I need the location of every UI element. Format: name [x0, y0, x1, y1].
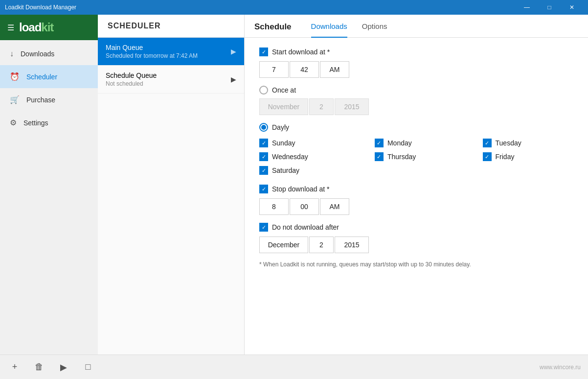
start-download-label: Start download at *: [272, 48, 330, 56]
do-not-download-checkbox[interactable]: ✓: [259, 223, 268, 232]
play-button[interactable]: ▶: [56, 360, 71, 375]
monday-label: Monday: [387, 139, 412, 147]
sidebar-item-downloads-label: Downloads: [21, 50, 54, 58]
start-minute-field[interactable]: 42: [290, 61, 319, 78]
stop-button[interactable]: □: [81, 360, 95, 375]
bottom-bar: + 🗑 ▶ □ www.wincore.ru: [0, 355, 588, 379]
content-area: Schedule Downloads Options ✓ Start downl…: [245, 15, 588, 355]
queue-schedule-sub: Not scheduled: [106, 80, 157, 87]
queue-main-name: Main Queue: [106, 44, 198, 51]
close-button[interactable]: ✕: [561, 0, 583, 15]
end-day-field[interactable]: 2: [309, 237, 334, 253]
once-at-label: Once at: [272, 86, 296, 94]
note-text: * When Loadkit is not running, queues ma…: [259, 261, 573, 268]
daily-radio-label[interactable]: Dayly: [259, 123, 289, 132]
hamburger-icon[interactable]: ☰: [7, 23, 14, 32]
stop-download-checkbox[interactable]: ✓: [259, 185, 268, 193]
maximize-button[interactable]: □: [538, 0, 561, 15]
sidebar-item-scheduler-label: Scheduler: [26, 73, 57, 81]
thursday-checkbox[interactable]: ✓: [375, 152, 384, 161]
queue-item-main[interactable]: Main Queue Scheduled for tomorrow at 7:4…: [98, 38, 244, 66]
end-month-field[interactable]: December: [259, 237, 308, 253]
friday-checkbox[interactable]: ✓: [483, 152, 492, 161]
logo-text: loadkit: [19, 21, 53, 34]
queue-panel: SCHEDULER Main Queue Scheduled for tomor…: [98, 15, 245, 355]
sidebar-item-settings[interactable]: ⚙ Settings: [0, 111, 98, 134]
bottom-actions: + 🗑 ▶ □: [7, 360, 95, 375]
scheduler-icon: ⏰: [10, 72, 20, 81]
sidebar-item-downloads[interactable]: ↓ Downloads: [0, 43, 98, 65]
sidebar-item-purchase[interactable]: 🛒 Purchase: [0, 88, 98, 111]
wednesday-label: Wednesday: [272, 153, 308, 161]
start-ampm-field[interactable]: AM: [320, 61, 349, 78]
once-date-fields: November 2 2015: [259, 98, 573, 115]
once-at-row: Once at: [259, 86, 573, 95]
sidebar-item-settings-label: Settings: [23, 119, 48, 127]
tab-options[interactable]: Options: [362, 22, 387, 38]
day-saturday[interactable]: ✓ Saturday: [259, 166, 360, 175]
end-year-field[interactable]: 2015: [335, 237, 369, 253]
daily-row: Dayly: [259, 123, 573, 132]
start-download-checkbox[interactable]: ✓: [259, 47, 268, 56]
start-hour-field[interactable]: 7: [259, 61, 289, 78]
download-icon: ↓: [10, 49, 14, 58]
stop-time-fields: 8 00 AM: [259, 198, 573, 215]
window-controls: — □ ✕: [516, 0, 583, 15]
panel-header: SCHEDULER: [98, 15, 244, 38]
sidebar-item-scheduler[interactable]: ⏰ Scheduler: [0, 65, 98, 88]
day-friday[interactable]: ✓ Friday: [483, 152, 573, 161]
tabs: Schedule Downloads Options: [245, 15, 588, 38]
stop-download-row: ✓ Stop download at *: [259, 185, 573, 193]
day-thursday[interactable]: ✓ Thursday: [375, 152, 468, 161]
stop-download-label: Stop download at *: [272, 185, 330, 193]
do-not-download-checkbox-label[interactable]: ✓ Do not download after: [259, 223, 339, 232]
queue-main-sub: Scheduled for tomorrow at 7:42 AM: [106, 52, 198, 59]
monday-checkbox[interactable]: ✓: [375, 139, 384, 147]
tuesday-label: Tuesday: [496, 139, 521, 147]
titlebar: Loadkit Download Manager — □ ✕: [0, 0, 588, 15]
friday-label: Friday: [496, 153, 515, 161]
day-tuesday[interactable]: ✓ Tuesday: [483, 139, 573, 147]
saturday-checkbox[interactable]: ✓: [259, 166, 268, 175]
tab-downloads[interactable]: Downloads: [311, 22, 347, 38]
tab-schedule-heading: Schedule: [254, 22, 292, 38]
app-title: Loadkit Download Manager: [5, 4, 76, 11]
delete-button[interactable]: 🗑: [32, 360, 46, 375]
once-month-field: November: [259, 98, 308, 115]
day-wednesday[interactable]: ✓ Wednesday: [259, 152, 360, 161]
sunday-checkbox[interactable]: ✓: [259, 139, 268, 147]
daily-label: Dayly: [272, 123, 289, 131]
stop-minute-field[interactable]: 00: [290, 198, 319, 215]
end-date-fields: December 2 2015: [259, 237, 573, 253]
stop-download-checkbox-label[interactable]: ✓ Stop download at *: [259, 185, 330, 193]
saturday-label: Saturday: [272, 166, 299, 174]
sidebar-logo: ☰ loadkit: [0, 15, 98, 40]
once-at-radio-label[interactable]: Once at: [259, 86, 296, 95]
once-at-radio[interactable]: [259, 86, 268, 95]
tuesday-checkbox[interactable]: ✓: [483, 139, 492, 147]
once-year-field: 2015: [335, 98, 369, 115]
queue-item-schedule[interactable]: Schedule Queue Not scheduled ▶: [98, 66, 244, 94]
do-not-download-label: Do not download after: [272, 223, 339, 231]
daily-radio-dot: [261, 125, 266, 130]
queue-main-play-icon[interactable]: ▶: [231, 47, 236, 55]
do-not-download-row: ✓ Do not download after: [259, 223, 573, 232]
daily-radio[interactable]: [259, 123, 268, 132]
day-sunday[interactable]: ✓ Sunday: [259, 139, 360, 147]
sidebar-item-purchase-label: Purchase: [26, 96, 55, 104]
purchase-icon: 🛒: [10, 95, 20, 104]
start-download-row: ✓ Start download at *: [259, 47, 573, 56]
sidebar-nav: ↓ Downloads ⏰ Scheduler 🛒 Purchase ⚙ Set…: [0, 40, 98, 355]
start-download-checkbox-label[interactable]: ✓ Start download at *: [259, 47, 330, 56]
wednesday-checkbox[interactable]: ✓: [259, 152, 268, 161]
minimize-button[interactable]: —: [516, 0, 538, 15]
add-button[interactable]: +: [7, 360, 22, 375]
stop-hour-field[interactable]: 8: [259, 198, 289, 215]
thursday-label: Thursday: [387, 153, 416, 161]
days-grid: ✓ Sunday ✓ Monday ✓ Tuesday ✓ Wednesday …: [259, 139, 573, 175]
stop-ampm-field[interactable]: AM: [320, 198, 349, 215]
scheduler-content: ✓ Start download at * 7 42 AM Once at No…: [245, 38, 588, 355]
queue-schedule-play-icon[interactable]: ▶: [231, 75, 236, 83]
day-monday[interactable]: ✓ Monday: [375, 139, 468, 147]
watermark: www.wincore.ru: [540, 364, 581, 371]
